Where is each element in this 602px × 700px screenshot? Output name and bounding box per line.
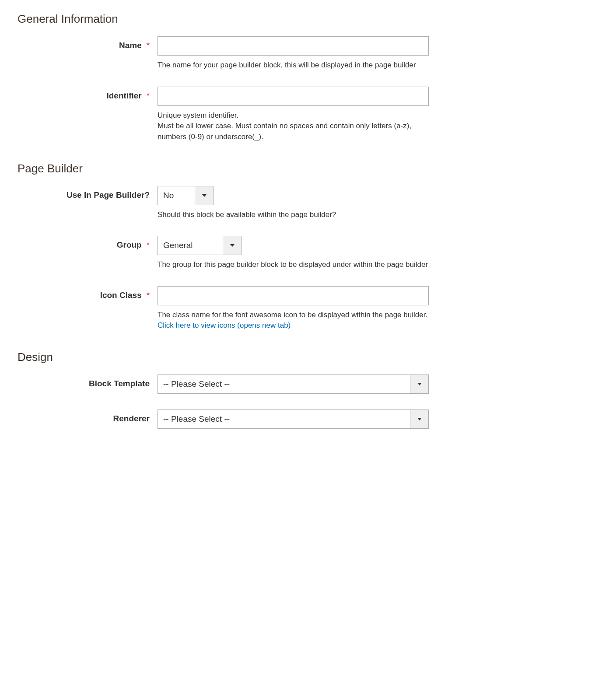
help-identifier: Unique system identifier. Must be all lo… [158,110,429,143]
section-heading-general: General Information [18,9,584,26]
field-icon-class: Icon Class * The class name for the font… [18,286,584,331]
label-icon-class: Icon Class [100,290,142,300]
group-select[interactable]: General [158,236,242,255]
chevron-down-icon [195,186,213,205]
name-input[interactable] [158,36,429,56]
help-icon-class: The class name for the font awesome icon… [158,310,429,331]
block-template-select[interactable]: -- Please Select -- [158,374,429,394]
required-mark: * [147,41,150,50]
field-renderer: Renderer -- Please Select -- [18,410,584,429]
field-name: Name * The name for your page builder bl… [18,36,584,71]
identifier-input[interactable] [158,87,429,106]
icon-class-input[interactable] [158,286,429,305]
chevron-down-icon [410,410,428,428]
required-mark: * [147,291,150,300]
help-icon-class-text: The class name for the font awesome icon… [158,311,427,319]
use-in-pb-value: No [158,186,195,205]
chevron-down-icon [223,236,241,255]
label-name: Name [119,41,142,50]
icon-class-link[interactable]: Click here to view icons (opens new tab) [158,321,290,329]
help-group: The group for this page builder block to… [158,259,429,270]
field-group: Group * General The group for this page … [18,236,584,270]
field-use-in-page-builder: Use In Page Builder? No Should this bloc… [18,186,584,220]
section-general-information: General Information Name * The name for … [18,9,584,143]
field-identifier: Identifier * Unique system identifier. M… [18,87,584,143]
use-in-pb-select[interactable]: No [158,186,214,205]
chevron-down-icon [410,375,428,393]
label-group: Group [117,240,142,249]
help-name: The name for your page builder block, th… [158,60,429,71]
label-renderer: Renderer [113,414,150,423]
section-heading-design: Design [18,347,584,364]
required-mark: * [147,91,150,100]
renderer-value: -- Please Select -- [158,410,410,428]
help-use-in-pb: Should this block be available within th… [158,210,429,220]
required-mark: * [147,241,150,249]
label-block-template: Block Template [89,379,150,388]
block-template-value: -- Please Select -- [158,375,410,393]
section-heading-page-builder: Page Builder [18,158,584,175]
section-design: Design Block Template -- Please Select -… [18,347,584,429]
renderer-select[interactable]: -- Please Select -- [158,410,429,429]
group-value: General [158,236,223,255]
label-use-in-pb: Use In Page Builder? [66,190,150,200]
field-block-template: Block Template -- Please Select -- [18,374,584,394]
label-identifier: Identifier [106,91,141,100]
section-page-builder: Page Builder Use In Page Builder? No Sho… [18,158,584,332]
